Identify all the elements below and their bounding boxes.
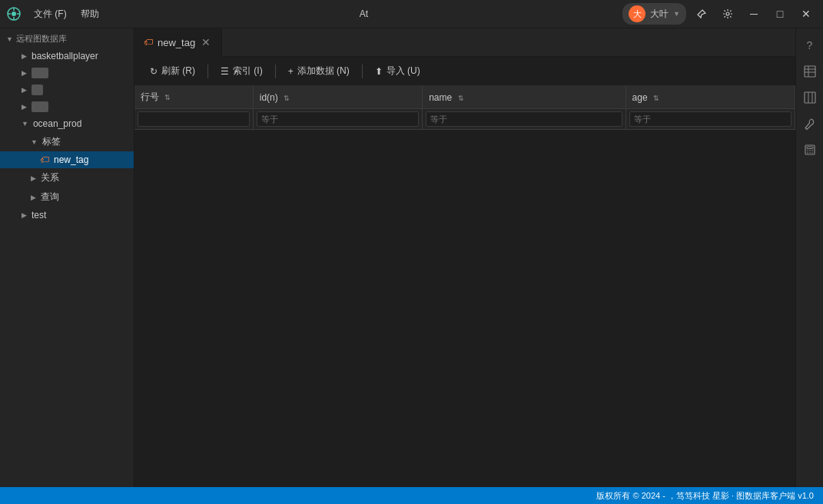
col-label-rownum: 行号	[141, 91, 159, 102]
settings-button[interactable]	[717, 3, 738, 25]
right-btn-question[interactable]: ?	[799, 35, 821, 56]
expand-icon: ▶	[22, 86, 27, 94]
collapse-icon: ▼	[6, 35, 13, 43]
right-toolbar: ?	[795, 28, 823, 487]
tab-tag-icon: 🏷	[144, 37, 153, 48]
minimize-button[interactable]: ─	[743, 3, 765, 25]
sidebar-remote-db-label: 远程图数据库	[16, 33, 67, 45]
filter-cell-rownum	[134, 109, 253, 130]
filter-input-name[interactable]	[426, 111, 622, 127]
user-name: 大叶	[650, 8, 669, 21]
sort-icon-name: ⇅	[458, 94, 464, 102]
sidebar-item-new-tag[interactable]: 🏷 new_tag	[0, 151, 134, 168]
maximize-button[interactable]: □	[769, 3, 791, 25]
menu-file[interactable]: 文件 (F)	[28, 5, 73, 24]
statusbar-text: 版权所有 © 2024 - ，笃笃科技 星影 · 图数据库客户端 v1.0	[596, 490, 814, 502]
sidebar-item-blurred3[interactable]: ▶ ■■■	[0, 98, 134, 115]
refresh-button[interactable]: ↻ 刷新 (R)	[144, 61, 201, 81]
tab-label: new_tag	[158, 37, 195, 48]
col-header-age[interactable]: age ⇅	[626, 86, 795, 109]
filter-input-id[interactable]	[257, 111, 419, 127]
user-avatar: 大	[629, 5, 645, 22]
expand-icon: ▶	[31, 174, 36, 182]
titlebar-center-text: At	[105, 8, 622, 19]
sidebar-item-label: ocean_prod	[33, 118, 81, 129]
menu-help[interactable]: 帮助	[75, 5, 105, 24]
refresh-icon: ↻	[150, 66, 158, 77]
svg-point-21	[811, 152, 813, 154]
right-btn-columns[interactable]	[799, 87, 821, 108]
sidebar-item-guanxi[interactable]: ▶ 关系	[0, 168, 134, 187]
col-header-id[interactable]: id(n) ⇅	[253, 86, 422, 109]
menu-bar: 文件 (F) 帮助	[28, 5, 105, 24]
expand-icon: ▶	[31, 194, 36, 201]
main-area: ▼ 远程图数据库 ▶ basketballplayer ▶ ■■■ ▶ ■■ ▶…	[0, 28, 823, 487]
svg-point-16	[807, 150, 808, 151]
pin-button[interactable]	[691, 3, 712, 25]
tag-icon: 🏷	[40, 154, 49, 165]
close-button[interactable]: ✕	[795, 3, 817, 25]
right-btn-wrench[interactable]	[799, 113, 821, 134]
toolbar-separator-2	[275, 65, 276, 78]
expand-icon: ▼	[31, 138, 38, 146]
sidebar-item-label: basketballplayer	[32, 51, 98, 61]
col-label-id: id(n)	[260, 92, 278, 103]
sort-icon-age: ⇅	[653, 94, 659, 102]
add-label: 添加数据 (N)	[297, 65, 350, 78]
sidebar-item-label: ■■	[32, 85, 43, 95]
svg-point-19	[807, 152, 808, 154]
col-header-name[interactable]: name ⇅	[423, 86, 626, 109]
filter-cell-age	[626, 109, 795, 130]
filter-input-rownum[interactable]	[138, 111, 250, 127]
toolbar-separator-3	[362, 65, 363, 78]
sidebar-item-label: 查询	[41, 191, 59, 204]
svg-point-6	[726, 12, 729, 15]
sidebar-item-chaxun[interactable]: ▶ 查询	[0, 187, 134, 207]
tab-close-button[interactable]: ✕	[200, 36, 212, 48]
index-icon: ☰	[221, 66, 229, 77]
expand-icon: ▶	[22, 211, 27, 219]
col-header-rownum[interactable]: 行号 ⇅	[134, 86, 253, 109]
sidebar-remote-db-header[interactable]: ▼ 远程图数据库	[0, 28, 134, 48]
toolbar-separator-1	[207, 65, 208, 78]
sidebar-item-biaoqian[interactable]: ▼ 标签	[0, 132, 134, 151]
sidebar-item-label: test	[32, 210, 46, 220]
svg-point-17	[809, 150, 811, 151]
add-data-button[interactable]: + 添加数据 (N)	[282, 61, 356, 81]
import-button[interactable]: ⬆ 导入 (U)	[369, 61, 426, 81]
index-button[interactable]: ☰ 索引 (I)	[214, 61, 269, 81]
svg-rect-15	[807, 147, 813, 149]
svg-point-18	[811, 150, 813, 151]
sidebar-item-label: new_tag	[54, 154, 88, 165]
sidebar-item-basketballplayer[interactable]: ▶ basketballplayer	[0, 48, 134, 65]
filter-row	[134, 109, 795, 130]
sort-icon-id: ⇅	[284, 94, 290, 102]
sidebar-item-test[interactable]: ▶ test	[0, 207, 134, 224]
import-icon: ⬆	[375, 66, 383, 77]
tab-new-tag[interactable]: 🏷 new_tag ✕	[134, 28, 222, 57]
titlebar-right-controls: 大 大叶 ▼ ─ □ ✕	[622, 3, 817, 25]
expand-icon: ▶	[22, 52, 27, 60]
right-btn-table[interactable]	[799, 61, 821, 82]
expand-icon: ▶	[22, 69, 27, 77]
table-container: 行号 ⇅ id(n) ⇅ name ⇅ age	[134, 86, 795, 487]
statusbar: 版权所有 © 2024 - ，笃笃科技 星影 · 图数据库客户端 v1.0	[0, 487, 823, 504]
sidebar-item-label: 关系	[41, 171, 59, 184]
sort-icon-rownum: ⇅	[164, 94, 171, 101]
sidebar-item-label: ■■■	[32, 101, 48, 112]
refresh-label: 刷新 (R)	[161, 65, 195, 78]
filter-cell-id	[253, 109, 422, 130]
sidebar-item-blurred2[interactable]: ▶ ■■	[0, 81, 134, 98]
titlebar: 文件 (F) 帮助 At 大 大叶 ▼ ─ □ ✕	[0, 0, 823, 28]
user-dropdown-icon: ▼	[673, 10, 680, 18]
sidebar-item-label: 标签	[42, 135, 61, 148]
sidebar: ▼ 远程图数据库 ▶ basketballplayer ▶ ■■■ ▶ ■■ ▶…	[0, 28, 134, 487]
right-btn-calculator[interactable]	[799, 139, 821, 161]
sidebar-item-ocean-prod[interactable]: ▼ ocean_prod	[0, 115, 134, 132]
filter-input-age[interactable]	[629, 111, 791, 127]
user-badge[interactable]: 大 大叶 ▼	[622, 3, 686, 25]
sidebar-item-blurred1[interactable]: ▶ ■■■	[0, 65, 134, 81]
col-label-name: name	[429, 92, 452, 103]
data-table: 行号 ⇅ id(n) ⇅ name ⇅ age	[134, 86, 795, 130]
filter-cell-name	[423, 109, 626, 130]
